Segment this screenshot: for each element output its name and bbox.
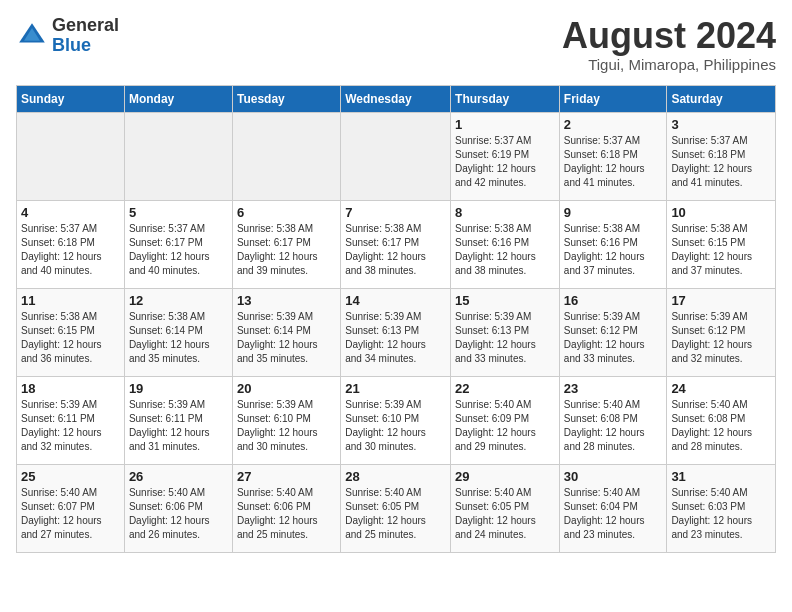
day-number: 16 bbox=[564, 293, 663, 308]
calendar-cell bbox=[124, 112, 232, 200]
logo-icon bbox=[16, 20, 48, 52]
day-info: Sunrise: 5:39 AM Sunset: 6:11 PM Dayligh… bbox=[129, 398, 228, 454]
calendar-cell: 20Sunrise: 5:39 AM Sunset: 6:10 PM Dayli… bbox=[232, 376, 340, 464]
logo-blue-text: Blue bbox=[52, 35, 91, 55]
day-info: Sunrise: 5:37 AM Sunset: 6:19 PM Dayligh… bbox=[455, 134, 555, 190]
day-info: Sunrise: 5:39 AM Sunset: 6:13 PM Dayligh… bbox=[455, 310, 555, 366]
day-number: 25 bbox=[21, 469, 120, 484]
calendar-cell: 23Sunrise: 5:40 AM Sunset: 6:08 PM Dayli… bbox=[559, 376, 667, 464]
day-info: Sunrise: 5:40 AM Sunset: 6:06 PM Dayligh… bbox=[237, 486, 336, 542]
day-info: Sunrise: 5:38 AM Sunset: 6:16 PM Dayligh… bbox=[455, 222, 555, 278]
day-number: 23 bbox=[564, 381, 663, 396]
calendar-cell: 16Sunrise: 5:39 AM Sunset: 6:12 PM Dayli… bbox=[559, 288, 667, 376]
calendar-cell: 30Sunrise: 5:40 AM Sunset: 6:04 PM Dayli… bbox=[559, 464, 667, 552]
weekday-header: Monday bbox=[124, 85, 232, 112]
day-number: 27 bbox=[237, 469, 336, 484]
day-number: 12 bbox=[129, 293, 228, 308]
calendar-cell: 6Sunrise: 5:38 AM Sunset: 6:17 PM Daylig… bbox=[232, 200, 340, 288]
calendar-cell: 19Sunrise: 5:39 AM Sunset: 6:11 PM Dayli… bbox=[124, 376, 232, 464]
calendar-cell: 17Sunrise: 5:39 AM Sunset: 6:12 PM Dayli… bbox=[667, 288, 776, 376]
day-number: 6 bbox=[237, 205, 336, 220]
weekday-header: Sunday bbox=[17, 85, 125, 112]
day-info: Sunrise: 5:39 AM Sunset: 6:12 PM Dayligh… bbox=[564, 310, 663, 366]
location: Tigui, Mimaropa, Philippines bbox=[562, 56, 776, 73]
day-info: Sunrise: 5:40 AM Sunset: 6:09 PM Dayligh… bbox=[455, 398, 555, 454]
page-header: General Blue August 2024 Tigui, Mimaropa… bbox=[16, 16, 776, 73]
day-number: 10 bbox=[671, 205, 771, 220]
calendar-cell: 25Sunrise: 5:40 AM Sunset: 6:07 PM Dayli… bbox=[17, 464, 125, 552]
day-info: Sunrise: 5:39 AM Sunset: 6:10 PM Dayligh… bbox=[237, 398, 336, 454]
day-number: 7 bbox=[345, 205, 446, 220]
weekday-header: Friday bbox=[559, 85, 667, 112]
calendar-cell: 9Sunrise: 5:38 AM Sunset: 6:16 PM Daylig… bbox=[559, 200, 667, 288]
calendar-cell: 21Sunrise: 5:39 AM Sunset: 6:10 PM Dayli… bbox=[341, 376, 451, 464]
day-info: Sunrise: 5:38 AM Sunset: 6:17 PM Dayligh… bbox=[237, 222, 336, 278]
day-info: Sunrise: 5:39 AM Sunset: 6:13 PM Dayligh… bbox=[345, 310, 446, 366]
day-number: 31 bbox=[671, 469, 771, 484]
day-number: 22 bbox=[455, 381, 555, 396]
day-number: 21 bbox=[345, 381, 446, 396]
day-info: Sunrise: 5:39 AM Sunset: 6:12 PM Dayligh… bbox=[671, 310, 771, 366]
calendar-cell: 18Sunrise: 5:39 AM Sunset: 6:11 PM Dayli… bbox=[17, 376, 125, 464]
day-number: 30 bbox=[564, 469, 663, 484]
day-number: 2 bbox=[564, 117, 663, 132]
calendar-cell: 8Sunrise: 5:38 AM Sunset: 6:16 PM Daylig… bbox=[451, 200, 560, 288]
weekday-header: Saturday bbox=[667, 85, 776, 112]
day-info: Sunrise: 5:37 AM Sunset: 6:18 PM Dayligh… bbox=[671, 134, 771, 190]
day-number: 4 bbox=[21, 205, 120, 220]
day-info: Sunrise: 5:38 AM Sunset: 6:16 PM Dayligh… bbox=[564, 222, 663, 278]
day-info: Sunrise: 5:37 AM Sunset: 6:17 PM Dayligh… bbox=[129, 222, 228, 278]
calendar-cell bbox=[17, 112, 125, 200]
day-info: Sunrise: 5:37 AM Sunset: 6:18 PM Dayligh… bbox=[21, 222, 120, 278]
day-info: Sunrise: 5:39 AM Sunset: 6:14 PM Dayligh… bbox=[237, 310, 336, 366]
day-info: Sunrise: 5:40 AM Sunset: 6:06 PM Dayligh… bbox=[129, 486, 228, 542]
day-number: 8 bbox=[455, 205, 555, 220]
day-number: 11 bbox=[21, 293, 120, 308]
day-info: Sunrise: 5:40 AM Sunset: 6:05 PM Dayligh… bbox=[455, 486, 555, 542]
day-info: Sunrise: 5:40 AM Sunset: 6:05 PM Dayligh… bbox=[345, 486, 446, 542]
calendar-cell: 10Sunrise: 5:38 AM Sunset: 6:15 PM Dayli… bbox=[667, 200, 776, 288]
day-number: 14 bbox=[345, 293, 446, 308]
day-info: Sunrise: 5:40 AM Sunset: 6:04 PM Dayligh… bbox=[564, 486, 663, 542]
day-number: 28 bbox=[345, 469, 446, 484]
logo: General Blue bbox=[16, 16, 119, 56]
calendar-cell: 5Sunrise: 5:37 AM Sunset: 6:17 PM Daylig… bbox=[124, 200, 232, 288]
calendar-cell: 27Sunrise: 5:40 AM Sunset: 6:06 PM Dayli… bbox=[232, 464, 340, 552]
day-info: Sunrise: 5:38 AM Sunset: 6:14 PM Dayligh… bbox=[129, 310, 228, 366]
day-number: 13 bbox=[237, 293, 336, 308]
day-number: 17 bbox=[671, 293, 771, 308]
calendar-cell: 22Sunrise: 5:40 AM Sunset: 6:09 PM Dayli… bbox=[451, 376, 560, 464]
day-info: Sunrise: 5:38 AM Sunset: 6:15 PM Dayligh… bbox=[21, 310, 120, 366]
day-info: Sunrise: 5:38 AM Sunset: 6:17 PM Dayligh… bbox=[345, 222, 446, 278]
day-info: Sunrise: 5:38 AM Sunset: 6:15 PM Dayligh… bbox=[671, 222, 771, 278]
calendar-cell: 28Sunrise: 5:40 AM Sunset: 6:05 PM Dayli… bbox=[341, 464, 451, 552]
title-block: August 2024 Tigui, Mimaropa, Philippines bbox=[562, 16, 776, 73]
day-info: Sunrise: 5:40 AM Sunset: 6:07 PM Dayligh… bbox=[21, 486, 120, 542]
day-number: 9 bbox=[564, 205, 663, 220]
day-number: 20 bbox=[237, 381, 336, 396]
calendar-week-row: 1Sunrise: 5:37 AM Sunset: 6:19 PM Daylig… bbox=[17, 112, 776, 200]
calendar-cell: 15Sunrise: 5:39 AM Sunset: 6:13 PM Dayli… bbox=[451, 288, 560, 376]
calendar-table: SundayMondayTuesdayWednesdayThursdayFrid… bbox=[16, 85, 776, 553]
calendar-cell bbox=[341, 112, 451, 200]
calendar-week-row: 25Sunrise: 5:40 AM Sunset: 6:07 PM Dayli… bbox=[17, 464, 776, 552]
day-number: 5 bbox=[129, 205, 228, 220]
calendar-cell: 2Sunrise: 5:37 AM Sunset: 6:18 PM Daylig… bbox=[559, 112, 667, 200]
calendar-cell: 3Sunrise: 5:37 AM Sunset: 6:18 PM Daylig… bbox=[667, 112, 776, 200]
weekday-header-row: SundayMondayTuesdayWednesdayThursdayFrid… bbox=[17, 85, 776, 112]
calendar-week-row: 18Sunrise: 5:39 AM Sunset: 6:11 PM Dayli… bbox=[17, 376, 776, 464]
logo-general-text: General bbox=[52, 15, 119, 35]
calendar-cell: 29Sunrise: 5:40 AM Sunset: 6:05 PM Dayli… bbox=[451, 464, 560, 552]
calendar-cell: 12Sunrise: 5:38 AM Sunset: 6:14 PM Dayli… bbox=[124, 288, 232, 376]
day-number: 1 bbox=[455, 117, 555, 132]
calendar-cell: 24Sunrise: 5:40 AM Sunset: 6:08 PM Dayli… bbox=[667, 376, 776, 464]
calendar-cell: 1Sunrise: 5:37 AM Sunset: 6:19 PM Daylig… bbox=[451, 112, 560, 200]
calendar-cell: 4Sunrise: 5:37 AM Sunset: 6:18 PM Daylig… bbox=[17, 200, 125, 288]
calendar-cell: 11Sunrise: 5:38 AM Sunset: 6:15 PM Dayli… bbox=[17, 288, 125, 376]
month-year: August 2024 bbox=[562, 16, 776, 56]
calendar-cell: 13Sunrise: 5:39 AM Sunset: 6:14 PM Dayli… bbox=[232, 288, 340, 376]
day-number: 15 bbox=[455, 293, 555, 308]
day-info: Sunrise: 5:39 AM Sunset: 6:10 PM Dayligh… bbox=[345, 398, 446, 454]
calendar-cell bbox=[232, 112, 340, 200]
day-number: 18 bbox=[21, 381, 120, 396]
